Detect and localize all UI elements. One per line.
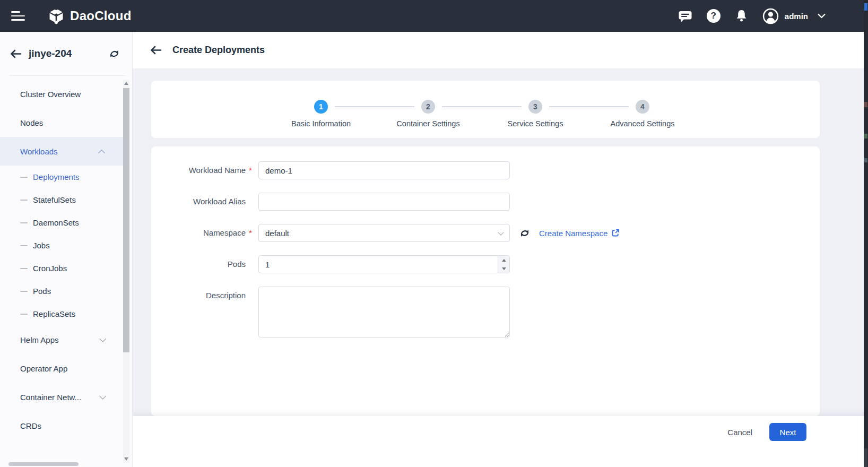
step-label: Advanced Settings [589,119,696,128]
refresh-namespaces-icon[interactable] [519,228,531,239]
help-icon[interactable]: ? [707,9,721,23]
namespace-row: Namespace * default [151,224,820,242]
step-number: 1 [314,100,328,114]
workload-name-input[interactable] [258,161,510,179]
sidebar-item-jobs[interactable]: Jobs [0,234,125,257]
sidebar-item-deployments[interactable]: Deployments [0,166,125,188]
chevron-down-icon [818,13,826,19]
account-menu[interactable]: admin [762,8,826,24]
sidebar-item-label: Nodes [20,118,43,127]
dash-icon [20,268,28,269]
sidebar-vertical-scrollbar[interactable] [123,80,129,463]
chevron-down-icon [99,393,106,400]
namespace-select[interactable]: default [258,224,510,242]
step-label: Service Settings [482,119,588,128]
dash-icon [20,177,28,178]
back-arrow-icon[interactable] [150,46,162,55]
external-link-icon [611,228,620,238]
content: 1 Basic Information 2 Container Settings… [133,69,868,416]
sidebar-item-label: Container Netw... [20,393,81,402]
create-namespace-link[interactable]: Create Namespace [539,228,620,238]
sidebar-item-container-network[interactable]: Container Netw... [0,383,125,411]
sidebar-item-statefulsets[interactable]: StatefulSets [0,188,125,211]
messages-icon[interactable] [678,10,692,23]
stepper-card: 1 Basic Information 2 Container Settings… [151,81,820,138]
scrollbar-thumb[interactable] [123,88,129,352]
sidebar-item-cluster-overview[interactable]: Cluster Overview [0,80,125,108]
step-service-settings[interactable]: 3 Service Settings [482,100,588,128]
sidebar-item-label: ReplicaSets [33,309,75,318]
stepper-down-button[interactable] [498,264,509,273]
step-container-settings[interactable]: 2 Container Settings [375,100,481,128]
step-basic-information[interactable]: 1 Basic Information [268,100,374,128]
namespace-extras: Create Namespace [519,228,620,239]
chevron-up-icon [98,149,105,156]
sidebar-item-workloads[interactable]: Workloads [0,137,125,166]
step-label: Basic Information [268,119,374,128]
dash-icon [20,200,28,201]
dash-icon [20,222,28,223]
dash-icon [20,314,28,315]
step-label: Container Settings [375,119,481,128]
sidebar-header: jinye-204 [0,32,132,75]
dash-icon [20,291,28,292]
sidebar-item-label: Jobs [33,241,50,250]
step-advanced-settings[interactable]: 4 Advanced Settings [589,100,696,128]
required-marker: * [246,224,258,242]
pods-input[interactable] [258,255,510,273]
stepper-up-button[interactable] [498,256,509,264]
pods-label: Pods [151,255,246,273]
sidebar-item-label: Operator App [20,364,67,373]
sidebar-item-crds[interactable]: CRDs [0,411,125,440]
brand-logo[interactable]: DaoCloud [47,7,132,24]
step-number: 2 [421,100,435,114]
pods-stepper [498,256,509,273]
sidebar-item-label: Deployments [33,172,80,181]
sidebar: jinye-204 Cluster Overview Nodes Workloa… [0,32,133,467]
sidebar-item-nodes[interactable]: Nodes [0,108,125,137]
step-number: 3 [528,100,542,114]
sidebar-item-replicasets[interactable]: ReplicaSets [0,302,125,325]
sidebar-item-label: StatefulSets [33,195,76,204]
sidebar-item-daemonsets[interactable]: DaemonSets [0,211,125,234]
create-namespace-label: Create Namespace [539,229,607,238]
background-window-sliver [864,0,868,467]
sidebar-item-helm-apps[interactable]: Helm Apps [0,325,125,354]
next-button[interactable]: Next [769,423,806,441]
sidebar-item-label: Helm Apps [20,335,59,344]
scroll-up-arrow[interactable] [124,82,128,85]
username: admin [785,12,808,21]
sidebar-item-operator-app[interactable]: Operator App [0,354,125,383]
chevron-down-icon [498,229,504,235]
cancel-button[interactable]: Cancel [722,423,758,441]
namespace-label: Namespace [151,224,246,242]
sidebar-nav: Cluster Overview Nodes Workloads Deploym… [0,80,125,461]
required-marker: * [246,161,258,179]
sidebar-horizontal-scrollbar[interactable] [8,462,79,466]
hamburger-menu-icon[interactable] [11,11,25,21]
sidebar-item-label: Cluster Overview [20,90,81,99]
main-area: Create Deployments 1 Basic Information 2… [133,32,868,467]
form-footer: Cancel Next [133,416,868,467]
chevron-down-icon [99,335,106,342]
sidebar-item-label: CronJobs [33,264,67,273]
scroll-down-arrow[interactable] [124,457,128,461]
workload-name-label: Workload Name [151,161,246,179]
notifications-bell-icon[interactable] [735,9,748,23]
workload-alias-input[interactable] [258,193,510,211]
sidebar-item-pods[interactable]: Pods [0,280,125,302]
workload-alias-row: Workload Alias [151,193,820,211]
sidebar-item-label: Workloads [20,147,58,156]
workload-name-row: Workload Name * [151,161,820,179]
sidebar-divider [10,75,126,76]
description-label: Description [151,287,246,305]
sidebar-item-label: Pods [33,287,51,296]
daocloud-cube-icon [47,7,65,24]
pods-row: Pods [151,255,820,273]
back-arrow-icon[interactable] [10,49,22,58]
help-glyph: ? [711,11,716,21]
description-row: Description [151,287,820,340]
switch-cluster-icon[interactable] [108,48,120,59]
description-textarea[interactable] [258,287,510,338]
sidebar-item-cronjobs[interactable]: CronJobs [0,257,125,280]
